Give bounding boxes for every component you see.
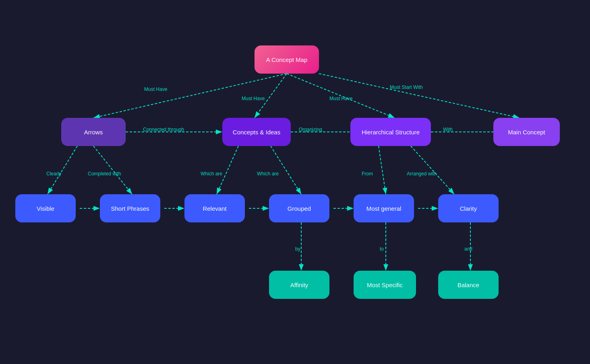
svg-line-10 [217, 146, 238, 194]
svg-line-11 [271, 146, 301, 194]
node-arrows[interactable]: Arrows [61, 118, 126, 146]
svg-line-12 [379, 146, 386, 194]
edge-label-arranged-with: Arranged with [407, 171, 437, 177]
edge-label-connected-through: Connected through [143, 127, 184, 132]
node-visible[interactable]: Visible [15, 194, 76, 222]
svg-line-13 [411, 146, 454, 194]
edge-label-completed-with: Completed with [88, 171, 121, 177]
node-concept-map[interactable]: A Concept Map [255, 45, 319, 74]
node-grouped[interactable]: Grouped [269, 194, 329, 222]
edge-label-which-are-2: Which are [257, 171, 279, 177]
edge-label-by: by [295, 246, 300, 252]
svg-line-9 [93, 146, 132, 194]
svg-line-4 [319, 74, 520, 118]
edge-label-with: With [443, 127, 453, 132]
edge-label-and: and [464, 246, 472, 252]
node-affinity[interactable]: Affinity [269, 271, 329, 299]
edge-label-which-are-1: Which are [201, 171, 222, 177]
edge-label-must-start-with: Must Start With [390, 84, 423, 90]
node-most-specific[interactable]: Most Specific [354, 271, 416, 299]
edge-label-organizing: Organizing [299, 127, 322, 132]
node-main-concept[interactable]: Main Concept [493, 118, 560, 146]
svg-line-2 [255, 74, 287, 118]
edge-label-must-have-1: Must Have [144, 86, 167, 92]
node-short-phrases[interactable]: Short Phrases [100, 194, 160, 222]
svg-line-8 [48, 146, 77, 194]
node-balance[interactable]: Balance [438, 271, 499, 299]
edge-label-clearly: Clearly [46, 171, 61, 177]
node-relevant[interactable]: Relevant [184, 194, 245, 222]
svg-line-1 [93, 74, 287, 118]
edge-label-must-have-2: Must Have [242, 96, 265, 101]
edge-label-must-have-3: Must Have [329, 96, 352, 101]
svg-line-3 [287, 74, 395, 118]
node-concepts-ideas[interactable]: Concepts & Ideas [222, 118, 291, 146]
edge-label-from: From [362, 171, 373, 177]
edge-label-to: to [380, 246, 384, 252]
node-clarity[interactable]: Clarity [438, 194, 499, 222]
concept-map: A Concept Map Arrows Concepts & Ideas Hi… [0, 0, 590, 364]
node-hierarchical[interactable]: Hierarchical Structure [350, 118, 431, 146]
node-most-general[interactable]: Most general [354, 194, 414, 222]
